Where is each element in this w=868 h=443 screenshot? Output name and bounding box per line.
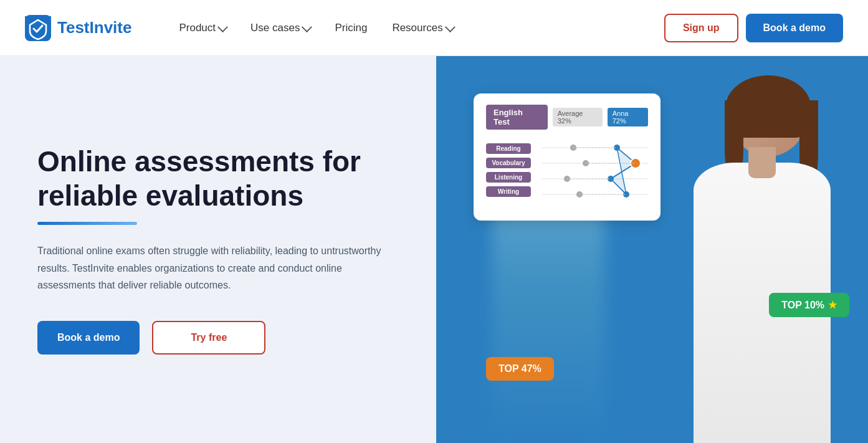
radar-card-header: English Test Average 32% Anna 72% <box>486 105 648 130</box>
logo-text: TestInvite <box>57 18 131 37</box>
radar-labels: Reading Vocabulary Listening Writing <box>486 138 531 209</box>
book-demo-button[interactable]: Book a demo <box>37 321 140 355</box>
badge-top10: TOP 10% ★ <box>769 293 849 317</box>
star-icon: ★ <box>828 299 837 311</box>
header: TestInvite Product Use cases Pricing Res… <box>0 0 868 56</box>
logo-icon <box>25 15 51 41</box>
try-free-button[interactable]: Try free <box>152 321 265 355</box>
chevron-down-icon <box>217 22 228 32</box>
main-content: Online assessments for reliable evaluati… <box>0 56 868 443</box>
radar-chart-svg <box>536 138 654 207</box>
chevron-down-icon <box>445 22 455 32</box>
hero-description: Traditional online exams often struggle … <box>37 242 393 293</box>
logo[interactable]: TestInvite <box>25 15 131 41</box>
person-foreground <box>644 69 856 443</box>
hero-title: Online assessments for reliable evaluati… <box>37 145 393 213</box>
row-reading: Reading <box>486 143 531 154</box>
radar-chart-area <box>536 138 654 209</box>
nav-product[interactable]: Product <box>169 17 236 39</box>
book-demo-header-button[interactable]: Book a demo <box>746 14 843 42</box>
radar-card: English Test Average 32% Anna 72% Readin… <box>474 93 661 221</box>
nav-resources[interactable]: Resources <box>382 17 462 39</box>
hero-visual: English Test Average 32% Anna 72% Readin… <box>436 56 868 443</box>
row-listening: Listening <box>486 172 531 183</box>
signup-button[interactable]: Sign up <box>664 14 738 42</box>
title-underline <box>37 222 137 225</box>
person-neck <box>748 147 776 178</box>
legend-anna: Anna 72% <box>608 108 648 126</box>
radar-title: English Test <box>486 105 548 130</box>
nav-pricing[interactable]: Pricing <box>325 17 377 39</box>
radar-legend: Average 32% Anna 72% <box>553 108 648 126</box>
main-nav: Product Use cases Pricing Resources <box>169 17 664 39</box>
legend-avg: Average 32% <box>553 108 603 126</box>
row-vocabulary: Vocabulary <box>486 158 531 168</box>
nav-use-cases[interactable]: Use cases <box>241 17 320 39</box>
radar-body: Reading Vocabulary Listening Writing <box>486 138 648 209</box>
row-writing: Writing <box>486 186 531 197</box>
header-actions: Sign up Book a demo <box>664 14 843 42</box>
hero-cta-group: Book a demo Try free <box>37 321 393 355</box>
badge-top47: TOP 47% <box>486 357 554 381</box>
person-bg-shape <box>492 181 604 443</box>
chevron-down-icon <box>302 22 312 32</box>
hero-section: Online assessments for reliable evaluati… <box>0 56 436 443</box>
svg-rect-0 <box>25 15 51 41</box>
